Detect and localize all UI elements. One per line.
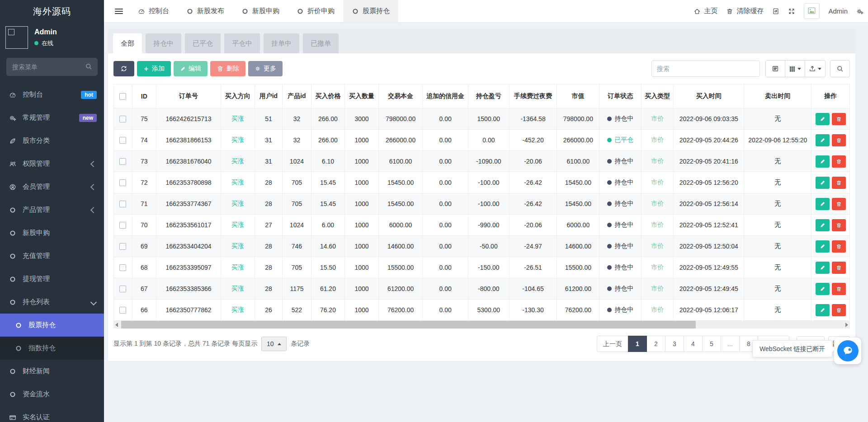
- row-checkbox[interactable]: [119, 222, 126, 229]
- filter-tab-all[interactable]: 全部: [113, 33, 142, 53]
- delete-button-label: 删除: [226, 65, 239, 73]
- horizontal-scrollbar[interactable]: [113, 321, 850, 328]
- more-button[interactable]: 更多: [248, 61, 283, 76]
- row-checkbox[interactable]: [119, 243, 126, 250]
- row-edit-button[interactable]: [816, 198, 830, 210]
- sidebar-item-label: 控制台: [23, 90, 81, 99]
- scrollbar-thumb[interactable]: [121, 321, 696, 328]
- table-row: 681662353395097买涨2870515.50100015500.000…: [114, 257, 850, 278]
- clear-cache-link[interactable]: 清除缓存: [726, 7, 764, 15]
- per-page-select[interactable]: 10: [261, 337, 287, 351]
- row-edit-button[interactable]: [816, 177, 830, 189]
- row-edit-button[interactable]: [816, 113, 830, 125]
- nav-tab-ipo-publish[interactable]: 新股发布: [178, 0, 233, 22]
- row-checkbox[interactable]: [119, 179, 126, 186]
- cell-add_credit: 0.00: [423, 300, 468, 321]
- settings-gears-icon[interactable]: [856, 8, 863, 15]
- sidebar-item-finance-news[interactable]: 财经新闻: [0, 360, 104, 383]
- row-delete-button[interactable]: [832, 240, 846, 253]
- gears-icon: [9, 114, 18, 122]
- sidebar-item-index-position[interactable]: 指数持仓: [0, 337, 104, 360]
- add-button[interactable]: 添加: [137, 61, 171, 76]
- row-delete-button[interactable]: [832, 198, 846, 210]
- row-delete-button[interactable]: [832, 113, 846, 125]
- filter-tab-closing[interactable]: 平仓中: [224, 33, 260, 53]
- edit-button-label: 编辑: [189, 65, 201, 73]
- search-icon[interactable]: [85, 63, 92, 71]
- row-delete-button[interactable]: [832, 177, 846, 189]
- row-checkbox[interactable]: [119, 201, 126, 207]
- filter-tab-pending[interactable]: 挂单中: [264, 33, 299, 53]
- nav-tab-discount-subscribe[interactable]: 折价申购: [288, 0, 343, 22]
- home-link[interactable]: 主页: [693, 7, 717, 15]
- row-delete-button[interactable]: [832, 262, 846, 274]
- row-delete-button[interactable]: [832, 219, 846, 231]
- row-checkbox[interactable]: [119, 264, 126, 271]
- row-delete-button[interactable]: [832, 134, 846, 146]
- row-checkbox[interactable]: [119, 286, 126, 292]
- cell-checkbox: [114, 236, 132, 257]
- sidebar-item-permission-manage[interactable]: 权限管理: [0, 152, 104, 175]
- sidebar-item-realname-auth[interactable]: 实名认证: [0, 406, 104, 422]
- columns-button[interactable]: [785, 60, 805, 77]
- sidebar-item-withdraw-manage[interactable]: 提现管理: [0, 267, 104, 291]
- pagination-prev[interactable]: 上一页: [597, 336, 628, 352]
- edit-button[interactable]: 编辑: [174, 61, 208, 76]
- nav-tab-stock-position[interactable]: 股票持仓: [343, 0, 398, 22]
- export-button[interactable]: [805, 60, 826, 77]
- sidebar-item-position-list[interactable]: 持仓列表: [0, 291, 104, 314]
- row-checkbox[interactable]: [119, 137, 126, 144]
- row-delete-button[interactable]: [832, 304, 846, 316]
- pagination-page-4[interactable]: 4: [684, 336, 703, 352]
- nav-tab-console[interactable]: 控制台: [129, 0, 178, 22]
- row-edit-button[interactable]: [816, 283, 830, 295]
- filter-tab-canceled[interactable]: 已撤单: [303, 33, 339, 53]
- fullscreen-icon[interactable]: [788, 8, 795, 15]
- row-edit-button[interactable]: [816, 262, 830, 274]
- pagination-page-3[interactable]: 3: [665, 336, 684, 352]
- filter-tab-closed[interactable]: 已平仓: [185, 33, 221, 53]
- pagination-page-2[interactable]: 2: [646, 336, 665, 352]
- table-row: 731662381676040买涨3110246.1010006100.000.…: [114, 151, 850, 172]
- row-edit-button[interactable]: [816, 219, 830, 231]
- row-delete-button[interactable]: [832, 155, 846, 168]
- row-edit-button[interactable]: [816, 304, 830, 316]
- navbar-username[interactable]: Admin: [828, 7, 848, 15]
- sidebar-item-market-category[interactable]: 股市分类: [0, 129, 104, 152]
- hamburger-icon[interactable]: [115, 7, 123, 15]
- scroll-left-arrow-icon[interactable]: [115, 323, 118, 327]
- row-edit-button[interactable]: [816, 134, 830, 146]
- row-checkbox[interactable]: [119, 307, 126, 314]
- detail-view-button[interactable]: [765, 60, 785, 77]
- sidebar-item-label: 新股申购: [23, 229, 97, 237]
- row-delete-button[interactable]: [832, 283, 846, 295]
- row-edit-button[interactable]: [816, 155, 830, 168]
- delete-button[interactable]: 删除: [210, 61, 245, 76]
- row-checkbox[interactable]: [119, 116, 126, 122]
- refresh-button[interactable]: [113, 61, 134, 76]
- sidebar-item-product-manage[interactable]: 产品管理: [0, 198, 104, 221]
- scroll-right-arrow-icon[interactable]: [845, 323, 848, 327]
- row-checkbox[interactable]: [119, 158, 126, 165]
- table-row: 751662426215713买涨5132266.003000798000.00…: [114, 108, 850, 130]
- sidebar-item-ipo-subscribe[interactable]: 新股申购: [0, 221, 104, 244]
- nav-tab-ipo-subscribe[interactable]: 新股申购: [233, 0, 288, 22]
- sidebar-search-input[interactable]: [6, 58, 98, 76]
- cell-market_value: 798000.00: [557, 108, 599, 130]
- table-search-button[interactable]: [830, 60, 850, 77]
- sidebar-item-stock-position[interactable]: 股票持仓: [0, 314, 104, 337]
- table-search-input[interactable]: [651, 61, 760, 77]
- chat-button[interactable]: [834, 338, 861, 364]
- filter-tab-holding[interactable]: 持仓中: [146, 33, 181, 53]
- navbar-avatar[interactable]: [804, 3, 820, 19]
- sidebar-item-console[interactable]: 控制台hot: [0, 83, 104, 106]
- sidebar-item-member-manage[interactable]: 会员管理: [0, 175, 104, 198]
- sidebar-item-recharge-manage[interactable]: 充值管理: [0, 244, 104, 267]
- pagination-page-1[interactable]: 1: [628, 336, 647, 352]
- sidebar-item-general-manage[interactable]: 常规管理new: [0, 106, 104, 129]
- refresh-page-icon[interactable]: [772, 8, 779, 15]
- pagination-page-5[interactable]: 5: [702, 336, 721, 352]
- sidebar-item-fund-flow[interactable]: 资金流水: [0, 383, 104, 406]
- row-edit-button[interactable]: [816, 240, 830, 253]
- select-all-checkbox[interactable]: [119, 93, 126, 100]
